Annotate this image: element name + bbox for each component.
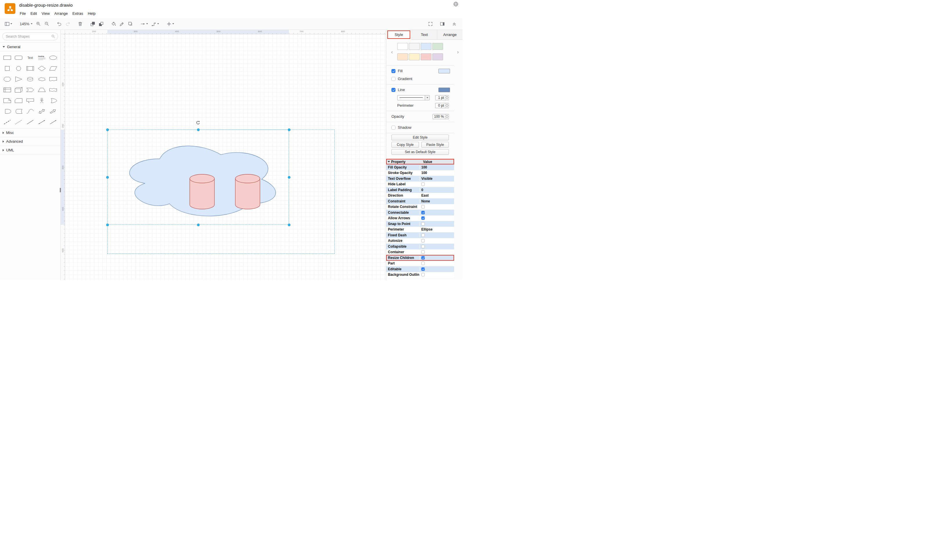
- shape-trapezoid[interactable]: [36, 86, 48, 94]
- line-style-dropdown[interactable]: [397, 95, 430, 100]
- rotate-handle-icon[interactable]: [196, 120, 200, 125]
- shape-bidirectional-connector[interactable]: [36, 118, 48, 126]
- shape-document[interactable]: [47, 75, 59, 84]
- toolbar-waypoints-button[interactable]: [150, 21, 160, 27]
- canvas[interactable]: [65, 34, 386, 280]
- toolbar-insert-button[interactable]: [166, 21, 175, 27]
- selection-handle-w[interactable]: [106, 176, 109, 179]
- property-row-connectable[interactable]: Connectable: [386, 210, 454, 215]
- selection-handle-se[interactable]: [288, 224, 291, 226]
- toolbar-format-button[interactable]: [439, 21, 446, 27]
- selection-handle-s[interactable]: [197, 224, 200, 226]
- toolbar-zoom-level-button[interactable]: 145%: [18, 21, 34, 27]
- stepper-up-icon[interactable]: ▲: [445, 95, 449, 98]
- tab-text[interactable]: Text: [411, 30, 437, 39]
- gradient-checkbox[interactable]: [392, 77, 395, 81]
- selection-handle-ne[interactable]: [288, 128, 291, 131]
- set-default-style-button[interactable]: Set as Default Style: [392, 149, 449, 155]
- toolbar-fullscreen-button[interactable]: [427, 21, 434, 27]
- shadow-checkbox[interactable]: [392, 126, 395, 129]
- property-row-allow-arrows[interactable]: Allow Arrows: [386, 215, 454, 221]
- shape-and[interactable]: [2, 107, 13, 116]
- shape-curve[interactable]: [24, 107, 36, 116]
- property-table-header[interactable]: Property Value: [386, 159, 454, 164]
- style-swatch-3[interactable]: [421, 43, 431, 50]
- menu-edit[interactable]: Edit: [28, 11, 39, 16]
- style-swatch-1[interactable]: [397, 43, 408, 50]
- shape-rectangle[interactable]: [2, 53, 13, 62]
- style-swatch-5[interactable]: [397, 53, 408, 60]
- shape-cloud[interactable]: [36, 75, 48, 84]
- copy-style-button[interactable]: Copy Style: [392, 142, 419, 148]
- menu-file[interactable]: File: [17, 11, 28, 16]
- menu-view[interactable]: View: [39, 11, 52, 16]
- part-checkbox[interactable]: [421, 262, 425, 265]
- shape-arrow[interactable]: [47, 107, 59, 116]
- collapsible-checkbox[interactable]: [421, 245, 425, 248]
- shape-cylinder[interactable]: [24, 75, 36, 84]
- property-row-fixed-dash[interactable]: Fixed Dash: [386, 232, 454, 238]
- container-checkbox[interactable]: [421, 250, 425, 254]
- snap-to-point-checkbox[interactable]: [421, 222, 425, 226]
- toolbar-to-back-button[interactable]: [98, 21, 105, 27]
- shape-heading[interactable]: Heading: [36, 53, 48, 62]
- style-swatch-6[interactable]: [409, 53, 420, 60]
- shape-parallelogram[interactable]: [47, 64, 59, 73]
- autosize-checkbox[interactable]: [421, 239, 425, 242]
- shape-tape[interactable]: [47, 86, 59, 94]
- shape-card[interactable]: [13, 96, 25, 105]
- line-style-dropdown-button[interactable]: [425, 95, 429, 100]
- shape-note[interactable]: [2, 96, 13, 105]
- menu-arrange[interactable]: Arrange: [52, 11, 70, 16]
- toolbar-connection-button[interactable]: [139, 21, 149, 27]
- style-swatch-8[interactable]: [432, 53, 443, 60]
- shape-circle[interactable]: [13, 64, 25, 73]
- property-row-container[interactable]: Container: [386, 249, 454, 255]
- cylinder-shape-2[interactable]: [235, 174, 260, 209]
- section-uml[interactable]: UML: [0, 146, 60, 155]
- section-general[interactable]: General: [0, 42, 60, 51]
- connectable-checkbox[interactable]: [421, 211, 425, 214]
- search-shapes-input[interactable]: [2, 33, 58, 40]
- shape-step[interactable]: [24, 86, 36, 94]
- paste-style-button[interactable]: Paste Style: [421, 142, 449, 148]
- hide-label-checkbox[interactable]: [421, 182, 425, 186]
- shape-internal-storage[interactable]: [2, 86, 13, 94]
- shape-dotted-line[interactable]: [13, 118, 25, 126]
- toolbar-undo-button[interactable]: [56, 21, 63, 27]
- line-color-swatch[interactable]: [438, 87, 450, 92]
- shape-directional-connector[interactable]: [47, 118, 59, 126]
- resize-children-checkbox[interactable]: [421, 256, 425, 260]
- shape-hexagon[interactable]: [2, 75, 13, 84]
- style-swatch-4[interactable]: [432, 43, 443, 50]
- property-row-collapsible[interactable]: Collapsible: [386, 244, 454, 249]
- stepper-down-icon[interactable]: ▼: [445, 117, 449, 119]
- selection-handle-sw[interactable]: [106, 224, 109, 226]
- property-row-constraint[interactable]: ConstraintNone: [386, 198, 454, 204]
- editable-checkbox[interactable]: [421, 267, 425, 271]
- property-row-rotate-constraint[interactable]: Rotate Constraint: [386, 204, 454, 210]
- toolbar-to-front-button[interactable]: [89, 21, 96, 27]
- toolbar-delete-button[interactable]: [77, 21, 84, 27]
- shape-ellipse[interactable]: [47, 53, 59, 62]
- property-row-background-outline[interactable]: Background Outline: [386, 272, 454, 278]
- toolbar-zoom-out-button[interactable]: [43, 21, 50, 27]
- shape-square[interactable]: [2, 64, 13, 73]
- allow-arrows-checkbox[interactable]: [421, 216, 425, 220]
- style-swatch-2[interactable]: [409, 43, 420, 50]
- shape-triangle[interactable]: [13, 75, 25, 84]
- toolbar-view-button[interactable]: [3, 21, 14, 27]
- line-width-stepper[interactable]: 1 pt ▲ ▼: [435, 95, 449, 100]
- line-checkbox[interactable]: [392, 88, 395, 92]
- opacity-stepper[interactable]: 100 % ▲ ▼: [432, 114, 449, 119]
- shape-line[interactable]: [24, 118, 36, 126]
- rotate-constraint-checkbox[interactable]: [421, 205, 425, 209]
- background-outline-checkbox[interactable]: [421, 273, 425, 276]
- shape-text[interactable]: Text: [24, 53, 36, 62]
- property-value[interactable]: 100: [420, 171, 454, 175]
- shape-diamond[interactable]: [36, 64, 48, 73]
- property-value[interactable]: 100: [420, 165, 454, 169]
- stepper-up-icon[interactable]: ▲: [445, 103, 449, 106]
- shape-dashed-line[interactable]: [2, 118, 13, 126]
- property-row-label-padding[interactable]: Label Padding0: [386, 187, 454, 193]
